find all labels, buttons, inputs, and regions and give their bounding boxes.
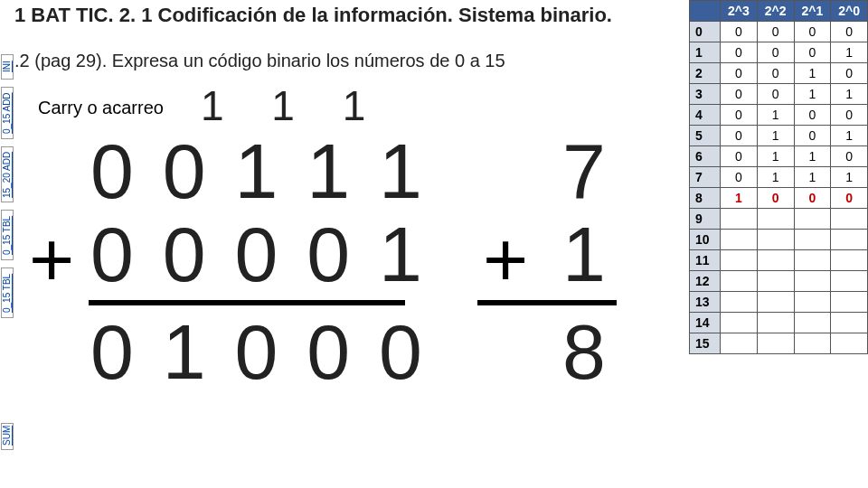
table-row: 12 (690, 271, 868, 292)
bit-cell: 0 (721, 42, 758, 63)
bit-cell: 0 (757, 22, 794, 42)
binary-table: 2^32^22^12^0 000001000120010300114010050… (689, 0, 868, 354)
bit-cell: 0 (721, 84, 758, 105)
sidebar-tab-sum[interactable]: SUM (1, 423, 14, 450)
bit-cell (794, 271, 831, 292)
bit-cell: 0 (831, 146, 868, 167)
bit-cell (794, 250, 831, 271)
table-row: 10 (690, 230, 868, 250)
bit-cell (757, 230, 794, 250)
table-row: 50101 (690, 126, 868, 146)
row-index: 5 (690, 126, 721, 146)
bit-cell (721, 230, 758, 250)
bit-cell (721, 209, 758, 230)
bit-cell (831, 271, 868, 292)
bit-cell: 1 (794, 167, 831, 188)
binary-addend-a: 0 0 1 1 1 (90, 132, 426, 210)
row-index: 12 (690, 271, 721, 292)
bit-cell: 0 (757, 84, 794, 105)
bit-cell: 1 (831, 42, 868, 63)
bit-cell: 0 (794, 42, 831, 63)
bit-cell: 1 (831, 167, 868, 188)
bit-cell (757, 250, 794, 271)
bit-cell (794, 333, 831, 354)
table-col-2^2: 2^2 (757, 1, 794, 22)
table-row: 70111 (690, 167, 868, 188)
bit-cell: 0 (794, 105, 831, 126)
table-row: 00000 (690, 22, 868, 42)
row-index: 2 (690, 63, 721, 84)
decimal-addend-b: 1 (562, 215, 606, 293)
row-index: 3 (690, 84, 721, 105)
decimal-plus-sign: + (483, 215, 528, 305)
bit-cell (794, 209, 831, 230)
bit-cell: 0 (831, 22, 868, 42)
row-index: 6 (690, 146, 721, 167)
bit-cell: 1 (831, 126, 868, 146)
table-row: 14 (690, 313, 868, 333)
row-index: 11 (690, 250, 721, 271)
bit-cell (757, 209, 794, 230)
decimal-sum-rule (477, 300, 617, 305)
row-index: 4 (690, 105, 721, 126)
row-index: 0 (690, 22, 721, 42)
bit-cell (721, 313, 758, 333)
table-row: 60110 (690, 146, 868, 167)
sidebar-tab-0-15-add[interactable]: 0_15 ADD (1, 87, 14, 139)
bit-cell: 0 (794, 22, 831, 42)
row-index: 1 (690, 42, 721, 63)
bit-cell: 1 (757, 105, 794, 126)
bit-cell (831, 230, 868, 250)
bit-cell (757, 271, 794, 292)
carry-label: Carry o acarreo (38, 98, 164, 118)
sidebar-tab-15-20-add[interactable]: 15_20 ADD (1, 146, 14, 202)
bit-cell: 1 (757, 126, 794, 146)
bit-cell: 1 (757, 146, 794, 167)
row-index: 8 (690, 188, 721, 209)
table-row: 81000 (690, 188, 868, 209)
table-row: 9 (690, 209, 868, 230)
table-header-row: 2^32^22^12^0 (690, 1, 868, 22)
bit-cell (794, 313, 831, 333)
decimal-sum: 8 (562, 313, 606, 390)
page-title: 1 BAT TIC. 2. 1 Codificación de la infor… (14, 4, 612, 27)
bit-cell: 0 (757, 188, 794, 209)
bit-cell (794, 230, 831, 250)
bit-cell: 0 (831, 105, 868, 126)
row-index: 13 (690, 292, 721, 313)
exercise-prompt: .2 (pag 29). Expresa un código binario l… (14, 51, 505, 71)
table-row: 20010 (690, 63, 868, 84)
bit-cell: 0 (794, 126, 831, 146)
bit-cell: 0 (757, 42, 794, 63)
table-corner (690, 1, 721, 22)
bit-cell: 0 (721, 105, 758, 126)
bit-cell (831, 292, 868, 313)
sidebar-tab-0-15-tbl-a[interactable]: 0_15 TBL (1, 210, 14, 260)
table-col-2^0: 2^0 (831, 1, 868, 22)
binary-sum: 0 1 0 0 0 (90, 313, 426, 390)
table-row: 10001 (690, 42, 868, 63)
table-row: 11 (690, 250, 868, 271)
bit-cell: 0 (721, 22, 758, 42)
bit-cell (831, 250, 868, 271)
sidebar-tab-0-15-tbl-b[interactable]: 0_15 TBL (1, 267, 14, 318)
bit-cell: 1 (721, 188, 758, 209)
bit-cell (757, 333, 794, 354)
bit-cell: 1 (794, 84, 831, 105)
bit-cell: 0 (721, 63, 758, 84)
decimal-addend-a: 7 (562, 132, 606, 210)
bit-cell (757, 313, 794, 333)
binary-sum-rule (89, 300, 405, 305)
bit-cell (757, 292, 794, 313)
bit-cell: 0 (794, 188, 831, 209)
bit-cell: 0 (831, 188, 868, 209)
bit-cell (721, 271, 758, 292)
row-index: 14 (690, 313, 721, 333)
row-index: 15 (690, 333, 721, 354)
bit-cell (831, 333, 868, 354)
sidebar-tab-ini[interactable]: INI (1, 54, 14, 80)
table-row: 30011 (690, 84, 868, 105)
bit-cell: 1 (794, 63, 831, 84)
table-row: 15 (690, 333, 868, 354)
bit-cell: 1 (757, 167, 794, 188)
